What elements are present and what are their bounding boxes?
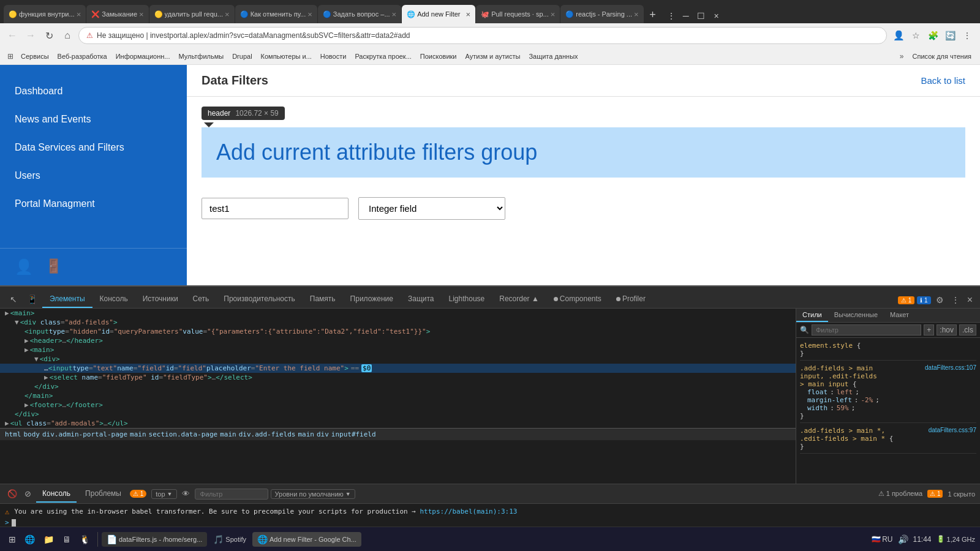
devtools-tab-lighthouse[interactable]: Lighthouse bbox=[442, 291, 492, 308]
breadcrumb-div[interactable]: div bbox=[317, 430, 329, 438]
bookmark-search[interactable]: Поисковики bbox=[417, 51, 461, 61]
taskbar-item-1[interactable]: 🌐 bbox=[21, 532, 39, 547]
console-tab-issues[interactable]: Проблемы bbox=[79, 485, 127, 503]
style-source-link-2[interactable]: dataFilters.css:97 bbox=[929, 427, 976, 433]
devtools-tab-sources[interactable]: Источники bbox=[135, 291, 186, 308]
address-box[interactable]: ⚠ Не защищено | investportal.aplex/admin… bbox=[78, 27, 887, 44]
code-line-div-inner[interactable]: ▼<div> bbox=[0, 354, 796, 364]
extensions-button[interactable]: 🧩 bbox=[925, 28, 941, 43]
tab-3[interactable]: 🟡 удалить pull requ... × bbox=[149, 5, 235, 23]
code-line-div-add-fields[interactable]: ▼<div class="add-fields"> bbox=[0, 318, 796, 327]
devtools-tab-recorder[interactable]: Recorder ▲ bbox=[492, 291, 546, 308]
bookmark-mult[interactable]: Мультфильмы bbox=[175, 51, 227, 61]
tab-close[interactable]: × bbox=[466, 10, 471, 19]
tab-2[interactable]: ❌ Замыкание × bbox=[86, 5, 148, 23]
more-tabs-button[interactable]: ⋮ bbox=[665, 9, 678, 23]
code-line-footer[interactable]: ▶<footer>…</footer> bbox=[0, 400, 796, 410]
bookmark-rask[interactable]: Раскрутка проек... bbox=[351, 51, 415, 61]
bookmark-protect[interactable]: Защита данных bbox=[525, 51, 581, 61]
tab-4[interactable]: 🔵 Как отменить пу... × bbox=[235, 5, 317, 23]
styles-filter-input[interactable] bbox=[812, 324, 921, 335]
breadcrumb-main1[interactable]: main bbox=[130, 430, 146, 438]
styles-add-rule-button[interactable]: + bbox=[924, 324, 934, 335]
breadcrumb-body[interactable]: body bbox=[24, 430, 40, 438]
devtools-settings-icon[interactable]: ⚙ bbox=[933, 293, 946, 307]
bookmark-autism[interactable]: Аутизм и аутисты bbox=[462, 51, 524, 61]
forward-button[interactable]: → bbox=[23, 28, 38, 43]
sidebar-item-news[interactable]: News and Events bbox=[0, 105, 187, 133]
log-link[interactable]: https://babel(main):3:13 bbox=[420, 508, 518, 515]
console-filter-input[interactable] bbox=[195, 489, 268, 500]
console-icon-eye[interactable]: 👁 bbox=[179, 487, 192, 501]
devtools-icon-device[interactable]: 📱 bbox=[22, 291, 42, 308]
sidebar-item-dashboard[interactable]: Dashboard bbox=[0, 77, 187, 105]
taskbar-item-2[interactable]: 📁 bbox=[40, 532, 58, 547]
console-icon-top[interactable]: top ▼ bbox=[151, 489, 176, 499]
code-line-ul[interactable]: ▶<ul class="add-modals">…</ul> bbox=[0, 419, 796, 428]
devtools-tab-app[interactable]: Приложение bbox=[343, 291, 401, 308]
code-line-select[interactable]: ▶<select name="fieldType" id="fieldType"… bbox=[0, 373, 796, 382]
bookmark-comp[interactable]: Компьютеры и... bbox=[257, 51, 315, 61]
bookmark-servisy[interactable]: Сервисы bbox=[17, 51, 53, 61]
breadcrumb-main2[interactable]: main bbox=[220, 430, 236, 438]
devtools-tab-console[interactable]: Консоль bbox=[92, 291, 135, 308]
devtools-tab-components[interactable]: Components bbox=[546, 291, 609, 308]
styles-cls-toggle[interactable]: .cls bbox=[959, 324, 976, 335]
field-type-select[interactable]: Integer field String field Boolean field… bbox=[358, 197, 505, 220]
code-line-main-open[interactable]: ▶<main> bbox=[0, 309, 796, 318]
bookmark-web[interactable]: Веб-разработка bbox=[54, 51, 111, 61]
styles-tab-layout[interactable]: Макет bbox=[884, 309, 915, 322]
bookmark-button[interactable]: ☆ bbox=[908, 28, 924, 43]
taskbar-item-chrome[interactable]: 🌐 Add new Filter - Google Ch... bbox=[252, 532, 361, 547]
logout-icon[interactable]: 🚪 bbox=[45, 258, 62, 276]
console-icon-clear[interactable]: ⊘ bbox=[22, 487, 34, 501]
tab-close[interactable]: × bbox=[225, 10, 230, 19]
bookmark-info[interactable]: Информационн... bbox=[112, 51, 174, 61]
code-line-input-field[interactable]: … <input type="text" name="field" id="fi… bbox=[0, 364, 796, 373]
tab-7[interactable]: 🐙 Pull requests · sp... × bbox=[476, 5, 560, 23]
reading-list-button[interactable]: Список для чтения bbox=[909, 51, 975, 61]
sidebar-item-data-services[interactable]: Data Services and Filters bbox=[0, 133, 187, 162]
tab-5[interactable]: 🔵 Задать вопрос –... × bbox=[318, 5, 401, 23]
devtools-tab-security[interactable]: Защита bbox=[401, 291, 442, 308]
close-button[interactable]: × bbox=[709, 9, 724, 23]
styles-tab-styles[interactable]: Стили bbox=[796, 309, 828, 322]
console-tab-console[interactable]: Консоль bbox=[36, 485, 77, 503]
taskbar-lang[interactable]: 🇷🇺 RU bbox=[872, 535, 892, 544]
breadcrumb-div-admin[interactable]: div.admin-portal-page bbox=[42, 430, 127, 438]
devtools-tab-perf[interactable]: Производительность bbox=[216, 291, 302, 308]
breadcrumb-section[interactable]: section.data-page bbox=[149, 430, 218, 438]
breadcrumb-html[interactable]: html bbox=[5, 430, 21, 438]
field-name-input[interactable] bbox=[202, 198, 349, 219]
devtools-icon-select[interactable]: ↖ bbox=[5, 291, 22, 308]
styles-filter-toggle[interactable]: :hov bbox=[937, 324, 957, 335]
styles-tab-computed[interactable]: Вычисленные bbox=[828, 309, 884, 322]
code-line-main-inner[interactable]: ▶<main> bbox=[0, 345, 796, 354]
tab-close[interactable]: × bbox=[392, 10, 397, 19]
tab-8[interactable]: 🔵 reactjs - Parsing ... × bbox=[560, 5, 643, 23]
devtools-tab-elements[interactable]: Элементы bbox=[42, 291, 92, 308]
devtools-tab-network[interactable]: Сеть bbox=[186, 291, 217, 308]
bookmark-more[interactable]: » bbox=[896, 51, 908, 62]
reload-button[interactable]: ↻ bbox=[42, 28, 56, 43]
code-line-div-close[interactable]: </div> bbox=[0, 382, 796, 391]
taskbar-item-spotify[interactable]: 🎵 Spotify bbox=[208, 532, 251, 547]
devtools-more-icon[interactable]: ⋮ bbox=[949, 293, 962, 307]
new-tab-button[interactable]: + bbox=[644, 6, 662, 23]
tab-close[interactable]: × bbox=[551, 10, 556, 19]
taskbar-apps-icon[interactable]: ⊞ bbox=[5, 532, 20, 547]
devtools-close-icon[interactable]: × bbox=[965, 292, 975, 308]
tab-close[interactable]: × bbox=[139, 10, 144, 19]
minimize-button[interactable]: ─ bbox=[679, 9, 693, 23]
bookmark-news[interactable]: Новости bbox=[317, 51, 350, 61]
back-button[interactable]: ← bbox=[5, 28, 20, 43]
tab-6-active[interactable]: 🌐 Add new Filter × bbox=[402, 5, 475, 23]
breadcrumb-div-add[interactable]: div.add-fields bbox=[239, 430, 296, 438]
tab-close[interactable]: × bbox=[634, 10, 639, 19]
devtools-tab-memory[interactable]: Память bbox=[303, 291, 343, 308]
sidebar-item-users[interactable]: Users bbox=[0, 162, 187, 190]
breadcrumb-main3[interactable]: main bbox=[298, 430, 314, 438]
code-line-input-hidden[interactable]: <input type="hidden" id="queryParameters… bbox=[0, 327, 796, 336]
console-icon-errors[interactable]: 🚫 bbox=[5, 487, 20, 501]
sync-button[interactable]: 🔄 bbox=[942, 28, 958, 43]
